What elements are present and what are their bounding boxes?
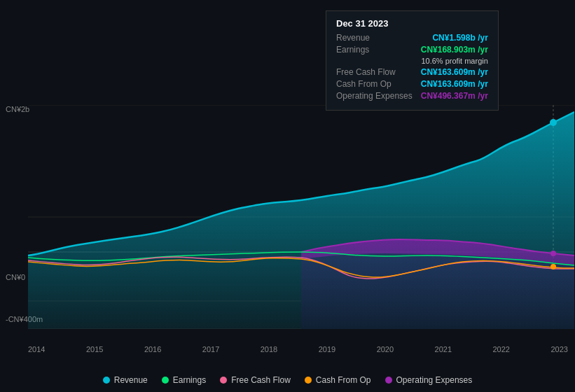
y-label-top: CN¥2b [6, 105, 29, 113]
tooltip-fcf-row: Free Cash Flow CN¥163.609m /yr [336, 67, 488, 77]
x-label-2014: 2014 [28, 345, 45, 354]
tooltip-earnings-label: Earnings [336, 45, 369, 55]
revenue-dot [550, 119, 557, 126]
tooltip-cashop-value: CN¥163.609m /yr [421, 79, 488, 89]
tooltip-cashop-label: Cash From Op [336, 79, 392, 89]
revenue-dot-legend [103, 377, 110, 384]
y-label-mid: CN¥0 [6, 273, 25, 281]
legend-revenue[interactable]: Revenue [103, 375, 148, 385]
tooltip-profit-margin: 10.6% profit margin [336, 57, 488, 65]
x-label-2020: 2020 [377, 345, 394, 354]
tooltip-cashop-row: Cash From Op CN¥163.609m /yr [336, 79, 488, 89]
tooltip-opex-value: CN¥496.367m /yr [421, 91, 488, 101]
tooltip-date: Dec 31 2023 [336, 18, 488, 29]
x-label-2018: 2018 [261, 345, 277, 354]
tooltip-box: Dec 31 2023 Revenue CN¥1.598b /yr Earnin… [326, 10, 499, 111]
earnings-dot-legend [162, 377, 169, 384]
chart-svg [28, 105, 574, 329]
legend-cashop-label: Cash From Op [316, 375, 371, 385]
opex-dot [550, 251, 556, 256]
legend-cashop[interactable]: Cash From Op [305, 375, 371, 385]
legend-revenue-label: Revenue [114, 375, 148, 385]
x-labels: 2014 2015 2016 2017 2018 2019 2020 2021 … [28, 345, 568, 354]
tooltip-earnings-row: Earnings CN¥168.903m /yr [336, 45, 488, 55]
x-label-2022: 2022 [493, 345, 510, 354]
legend-opex-label: Operating Expenses [396, 375, 473, 385]
tooltip-revenue-row: Revenue CN¥1.598b /yr [336, 33, 488, 43]
tooltip-revenue-label: Revenue [336, 33, 370, 43]
legend-opex[interactable]: Operating Expenses [385, 375, 473, 385]
x-label-2016: 2016 [144, 345, 161, 354]
x-label-2023: 2023 [550, 345, 567, 354]
x-label-2015: 2015 [86, 345, 103, 354]
tooltip-opex-label: Operating Expenses [336, 91, 413, 101]
legend-earnings[interactable]: Earnings [162, 375, 206, 385]
cashop-dot-legend [305, 377, 312, 384]
legend: Revenue Earnings Free Cash Flow Cash Fro… [0, 375, 575, 385]
legend-fcf-label: Free Cash Flow [231, 375, 291, 385]
x-label-2017: 2017 [202, 345, 219, 354]
legend-fcf[interactable]: Free Cash Flow [220, 375, 291, 385]
fcf-dot-legend [220, 377, 227, 384]
tooltip-fcf-value: CN¥163.609m /yr [421, 67, 488, 77]
opex-dot-legend [385, 377, 392, 384]
tooltip-opex-row: Operating Expenses CN¥496.367m /yr [336, 91, 488, 101]
x-label-2021: 2021 [435, 345, 452, 354]
tooltip-fcf-label: Free Cash Flow [336, 67, 396, 77]
x-label-2019: 2019 [319, 345, 335, 354]
cashop-dot [550, 264, 556, 270]
chart-container: Dec 31 2023 Revenue CN¥1.598b /yr Earnin… [0, 0, 575, 392]
tooltip-earnings-value: CN¥168.903m /yr [421, 45, 488, 55]
legend-earnings-label: Earnings [173, 375, 206, 385]
tooltip-revenue-value: CN¥1.598b /yr [432, 33, 487, 43]
